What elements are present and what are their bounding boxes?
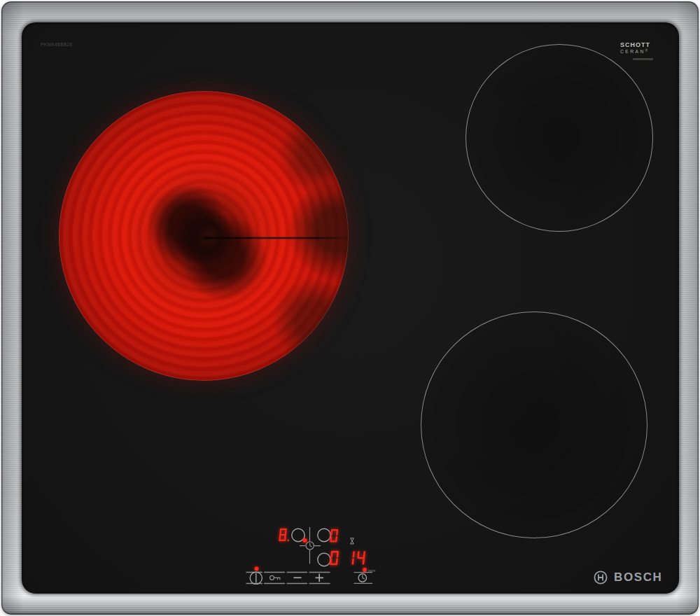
bosch-emblem-icon	[593, 570, 608, 585]
schott-wordmark: SCHOTT	[620, 42, 657, 48]
active-zone-led	[302, 538, 307, 542]
product-photo: PKM645BB2E SCHOTT CERAN®	[0, 0, 700, 616]
timer-led	[363, 568, 367, 572]
minus-button[interactable]	[287, 573, 308, 584]
timer-zone-clock-icon	[306, 542, 314, 550]
ceramic-glass-surface: PKM645BB2E SCHOTT CERAN®	[22, 22, 679, 594]
control-panel: min	[232, 516, 400, 596]
heating-element-line	[205, 237, 348, 239]
schott-ceran-logo: SCHOTT CERAN®	[620, 42, 657, 60]
back-right-level-display	[330, 529, 338, 542]
hourglass-icon	[351, 538, 354, 544]
front-right-level-display	[330, 551, 339, 565]
model-number: PKM645BB2E	[41, 42, 74, 47]
power-button[interactable]	[246, 572, 263, 584]
plus-icon	[316, 574, 324, 582]
front-left-level-display	[279, 528, 289, 541]
timer-display	[351, 552, 365, 565]
burner-back-right[interactable]	[465, 44, 653, 232]
burner-front-left-active[interactable]	[59, 91, 349, 381]
timer-button[interactable]	[354, 573, 373, 584]
power-led	[255, 567, 259, 571]
cooktop-steel-frame: PKM645BB2E SCHOTT CERAN®	[1, 1, 699, 615]
power-icon	[250, 572, 262, 584]
zone-selector-graphic	[292, 527, 354, 566]
key-lock-icon	[270, 575, 281, 580]
registered-mark: ®	[645, 49, 648, 52]
schott-fineprint-line	[633, 58, 653, 60]
burner-front-right[interactable]	[421, 312, 648, 538]
front-left-zone-ring	[292, 528, 304, 541]
timer-clock-icon	[358, 574, 366, 582]
bosch-wordmark: BOSCH	[614, 570, 662, 585]
child-lock-button[interactable]	[264, 573, 285, 584]
bosch-logo: BOSCH	[593, 570, 662, 585]
front-right-zone-ring	[318, 553, 330, 566]
timer-unit-label: min	[368, 568, 376, 573]
back-right-zone-ring	[318, 528, 330, 541]
plus-button[interactable]	[309, 573, 330, 584]
ceran-wordmark: CERAN®	[620, 48, 657, 55]
